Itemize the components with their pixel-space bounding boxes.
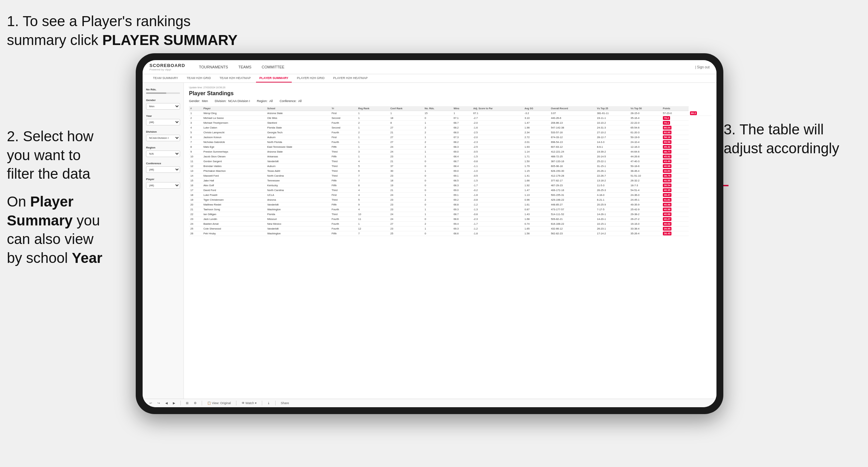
cell-23-5: 27	[389, 222, 423, 226]
subnav-player-summary[interactable]: PLAYER SUMMARY	[256, 74, 292, 82]
cell-15-13: 38.54	[661, 183, 689, 188]
cell-3-7: 68.2	[452, 125, 472, 130]
nav-tournaments[interactable]: TOURNAMENTS	[199, 64, 228, 70]
cell-14-5: 18	[389, 178, 423, 183]
redo-button[interactable]: ↪	[157, 401, 160, 405]
settings-button[interactable]: ⚙	[194, 401, 197, 405]
cell-1-1: Michael La Sasso	[202, 116, 266, 121]
division-select[interactable]: NCAA Division I	[146, 135, 180, 141]
col-player: Player	[202, 106, 266, 111]
cell-0-5: 1	[389, 111, 423, 116]
cell-14-12: 26-32-2	[629, 178, 661, 183]
copy-button[interactable]: ⊞	[186, 401, 189, 405]
cell-16-7: 69.0	[452, 188, 472, 193]
cell-7-12: 12-16-3	[629, 145, 661, 149]
cell-4-5: 21	[389, 130, 423, 135]
cell-16-11: 26-25-3	[596, 188, 629, 193]
subnav-team-summary[interactable]: TEAM SUMMARY	[149, 74, 181, 82]
export-button[interactable]: ⤓	[267, 401, 270, 405]
cell-12-1: Phichaksn Maichon	[202, 169, 266, 174]
cell-3-8: -1.6	[472, 125, 523, 130]
standings-table: # Player School Yr Reg Rank Conf Rank No…	[189, 106, 711, 236]
logo-text: SCOREBOARD	[149, 63, 185, 68]
filters-row: Gender: Men Division: NCAA Division I Re…	[189, 99, 711, 103]
subnav-team-h2h-heatmap[interactable]: TEAM H2H HEATMAP	[216, 74, 254, 82]
cell-11-13: 40.96	[661, 164, 689, 169]
watch-button[interactable]: 👁 Watch ▾	[242, 401, 257, 405]
table-row: 13Phichaksn MaichonTexas A&MThird630169.…	[189, 169, 711, 174]
cell-15-0: 16	[189, 183, 202, 188]
cell-2-2: Stanford	[266, 121, 330, 125]
no-rds-slider[interactable]	[146, 92, 180, 94]
gender-select[interactable]: Men Women	[146, 103, 180, 110]
cell-16-8: -0.2	[472, 188, 523, 193]
cell-17-13: 38.47	[661, 193, 689, 198]
col-vs-top50: Vs Top 50	[629, 106, 661, 111]
player-select[interactable]: (All)	[146, 182, 180, 189]
cell-13-7: 69.1	[452, 174, 472, 178]
view-button[interactable]: 📋 View: Original	[207, 401, 231, 405]
cell-7-5: 24	[389, 145, 423, 149]
cell-6-3: Fourth	[330, 140, 357, 145]
cell-16-5: 21	[389, 188, 423, 193]
cell-1-5: 18	[389, 116, 423, 121]
subnav-team-h2h-grid[interactable]: TEAM H2H GRID	[183, 74, 214, 82]
cell-3-5: 27	[389, 125, 423, 130]
forward-button[interactable]: ▶	[173, 401, 175, 405]
annotation2-text1: 2. Select how	[7, 128, 93, 144]
cell-22-4: 11	[357, 217, 389, 222]
cell-2-11: 10-10-2	[596, 121, 629, 125]
cell-20-0: 21	[189, 207, 202, 212]
cell-24-3: Fourth	[330, 226, 357, 231]
table-row: 15Jake HallTennesseeFifth718068.5-1.51.6…	[189, 178, 711, 183]
cell-11-8: -1.1	[472, 164, 523, 169]
cell-20-8: -1.3	[472, 207, 523, 212]
cell-5-8: -2.0	[472, 135, 523, 140]
cell-12-3: Third	[330, 169, 357, 174]
region-select[interactable]: N/A All	[146, 151, 180, 157]
cell-6-11: 14-3-3	[596, 140, 629, 145]
conference-filter-value: All	[298, 99, 302, 103]
cell-14-10: 377-82-17	[549, 178, 596, 183]
cell-2-5: 8	[389, 121, 423, 125]
cell-11-12: 50-18-6	[629, 164, 661, 169]
undo-button[interactable]: ↩	[149, 401, 152, 405]
cell-13-0: 14	[189, 174, 202, 178]
sign-out-link[interactable]: | Sign out	[695, 65, 710, 69]
region-filter-label: Region:	[257, 99, 268, 103]
cell-0-7: 1	[452, 111, 472, 116]
toolbar-sep-3	[236, 401, 236, 405]
annotation-1: 1. To see a Player's rankings summary cl…	[7, 12, 268, 49]
cell-6-12: 24-10-4	[629, 140, 661, 145]
cell-9-2: Arkansas	[266, 154, 330, 159]
cell-19-6: 0	[423, 202, 452, 207]
conference-select[interactable]: (All)	[146, 166, 180, 173]
subnav-player-h2h-heatmap[interactable]: PLAYER H2H HEATMAP	[330, 74, 371, 82]
cell-23-10: 616-168-22	[549, 222, 596, 226]
share-button[interactable]: Share	[281, 401, 289, 405]
col-conf-rank: Conf Rank	[389, 106, 423, 111]
cell-24-4: 12	[357, 226, 389, 231]
year-select[interactable]: (All) First Second Third Fourth Fifth	[146, 119, 180, 125]
cell-20-11: 7-17-5	[596, 207, 629, 212]
cell-20-7: 69.3	[452, 207, 472, 212]
cell-18-5: 23	[389, 198, 423, 202]
cell-3-12: 65-54-6	[629, 125, 661, 130]
cell-10-8: -0.8	[472, 159, 523, 164]
cell-4-2: Georgia Tech	[266, 130, 330, 135]
annotation2-text2: you want to	[7, 147, 81, 163]
table-row: 26Petr HrubyWashingtonFifth725068.6-1.81…	[189, 231, 711, 236]
subnav-player-h2h-grid[interactable]: PLAYER H2H GRID	[293, 74, 328, 82]
back-button[interactable]: ◀	[165, 401, 168, 405]
cell-10-3: Third	[330, 159, 357, 164]
col-rank: #	[189, 106, 202, 111]
cell-17-1: Luke Powell	[202, 193, 266, 198]
cell-12-2: Texas A&M	[266, 169, 330, 174]
nav-committee[interactable]: COMMITTEE	[262, 64, 285, 70]
cell-17-6: 1	[423, 193, 452, 198]
nav-teams[interactable]: TEAMS	[238, 64, 252, 70]
cell-8-2: Arizona State	[266, 149, 330, 154]
tablet-screen: SCOREBOARD Powered by clippi TOURNAMENTS…	[143, 60, 716, 407]
annotation3-text2: adjust accordingly	[724, 140, 839, 156]
cell-23-9: 0.74	[523, 222, 550, 226]
